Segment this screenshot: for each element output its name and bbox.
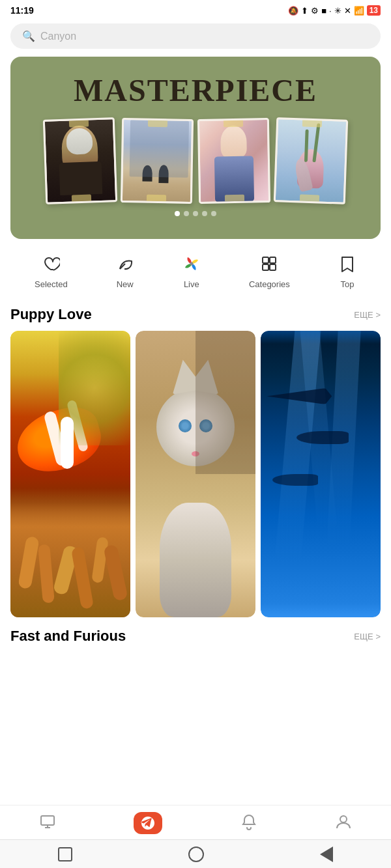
tape-top-1 [69,118,89,128]
pinwheel-icon [182,255,201,275]
nav-item-live[interactable]: Live [182,255,201,289]
settings-icon: ⚙ [311,6,319,16]
svg-rect-2 [263,257,268,263]
back-square-button[interactable] [58,847,72,861]
dot-2[interactable] [184,211,189,216]
back-triangle-button[interactable] [320,847,333,862]
category-nav: Selected New Live [0,242,391,296]
bell-icon [240,813,257,833]
dot-3[interactable] [193,211,198,216]
section-more-1[interactable]: ЕЩЕ > [354,310,381,320]
nav-item-new[interactable]: New [116,255,134,289]
wifi-icon: 📶 [354,6,364,16]
banner-photo-4[interactable] [274,117,348,204]
banner-photo-1[interactable] [43,117,117,204]
tape-bottom-1 [72,194,91,204]
banner-photo-2[interactable] [121,118,194,204]
tape-top-4 [302,118,322,128]
tab-explore[interactable] [134,812,162,834]
tape-bottom-3 [225,195,244,204]
tape-bottom-4 [300,194,319,204]
nav-item-categories[interactable]: Categories [249,255,290,289]
banner-title: MASTERPIECE [74,72,317,108]
tab-notifications[interactable] [240,813,257,833]
tape-bottom-2 [147,195,166,204]
image-grid-1 [10,331,381,617]
dot-5[interactable] [211,211,216,216]
grid-item-ocean[interactable] [261,331,381,617]
leaf-icon [116,255,134,275]
masterpiece-banner[interactable]: MASTERPIECE [10,57,381,239]
nav-label-top: Top [340,279,354,289]
section-puppy-love: Puppy Love ЕЩЕ > [0,296,391,623]
battery-icon: 13 [367,5,381,16]
nav-item-top[interactable]: Top [338,255,356,289]
grid-icon [260,255,278,275]
grid-item-clownfish[interactable] [10,331,130,617]
bluetooth-icon: ✳ [334,6,341,16]
status-icons: 🔕 ⬆ ⚙ ■ · ✳ ✕ 📶 13 [288,5,381,16]
section-header-1: Puppy Love ЕЩЕ > [10,306,381,323]
svg-rect-5 [270,264,276,270]
monitor-icon [39,813,56,833]
home-circle-button[interactable] [188,847,204,862]
mute-icon: 🔕 [288,6,298,16]
svg-rect-4 [263,264,268,270]
system-nav-bar [0,839,391,868]
bottom-tab-bar [0,805,391,839]
dot-4[interactable] [202,211,207,216]
grid-item-cat[interactable] [136,331,255,617]
person-icon [335,813,352,833]
tab-profile[interactable] [335,813,352,833]
status-bar: 11:19 🔕 ⬆ ⚙ ■ · ✳ ✕ 📶 13 [0,0,391,18]
x-icon: ✕ [344,6,351,16]
upload-icon: ⬆ [301,6,308,16]
tape-top-3 [224,118,243,127]
nav-label-new: New [117,279,134,289]
status-time: 11:19 [10,5,34,16]
nav-label-selected: Selected [35,279,68,289]
bookmark-icon [338,255,356,275]
section-header-2: Fast and Furious ЕЩЕ > [10,628,381,645]
nav-label-live: Live [184,279,199,289]
tab-home[interactable] [39,813,56,833]
section-more-2[interactable]: ЕЩЕ > [354,632,381,641]
banner-photos [38,119,353,203]
search-placeholder: Canyon [40,31,76,42]
banner-photo-3[interactable] [197,118,270,204]
nav-item-selected[interactable]: Selected [35,255,68,289]
heart-icon [42,255,60,275]
nav-label-categories: Categories [249,279,290,289]
search-icon: 🔍 [22,30,35,42]
tape-top-2 [148,118,167,127]
section-title-2: Fast and Furious [10,628,126,645]
svg-rect-3 [270,257,276,263]
dot-icon: · [329,6,332,16]
svg-point-9 [340,816,347,822]
square-icon: ■ [321,6,326,16]
section-title-1: Puppy Love [10,306,92,323]
banner-dots [175,211,216,216]
dot-1[interactable] [175,211,180,216]
svg-rect-6 [41,816,54,825]
search-bar[interactable]: 🔍 Canyon [10,23,381,49]
section-fast-furious: Fast and Furious ЕЩЕ > [0,623,391,705]
svg-point-1 [190,262,193,266]
